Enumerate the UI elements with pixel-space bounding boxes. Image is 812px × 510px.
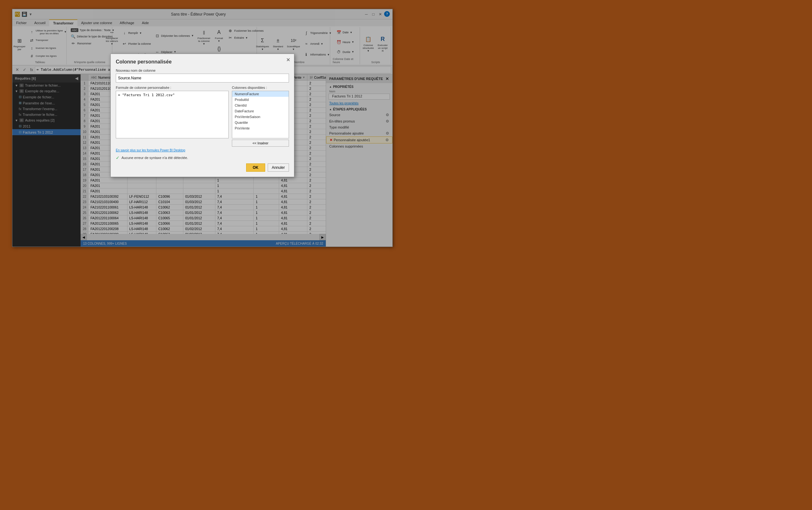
modal-body: Formule de colonne personnalisée : Colon…	[116, 86, 289, 147]
modal-columns-label: Colonnes disponibles :	[232, 86, 289, 89]
modal-column-item[interactable]: PrixVenteSaison	[232, 114, 289, 120]
modal-title: Colonne personnalisée	[116, 59, 289, 65]
modal-columns-list[interactable]: NumeroFactureProduitIdClientIdDateFactur…	[232, 91, 289, 138]
modal-cancel-button[interactable]: Annuler	[268, 164, 289, 172]
modal-insert-button[interactable]: << Insérer	[232, 140, 289, 147]
modal-formula-textarea[interactable]	[116, 91, 229, 138]
modal-close-button[interactable]: ✕	[284, 56, 292, 63]
modal-column-name-input[interactable]	[116, 74, 289, 83]
modal-ok-button[interactable]: OK	[246, 164, 265, 172]
modal-status-text: Aucune erreur de syntaxe n'a été détecté…	[121, 156, 188, 160]
modal-formula-section: Formule de colonne personnalisée :	[116, 86, 229, 147]
modal-link[interactable]: En savoir plus sur les formules Power BI…	[116, 148, 289, 152]
modal-check-icon: ✓	[116, 155, 120, 160]
modal-status: ✓ Aucune erreur de syntaxe n'a été détec…	[116, 155, 289, 160]
modal-column-item[interactable]: ClientId	[232, 103, 289, 108]
modal-columns-section: Colonnes disponibles : NumeroFactureProd…	[232, 86, 289, 147]
modal-column-item[interactable]: Quantite	[232, 120, 289, 125]
modal-column-item[interactable]: PrixVente	[232, 125, 289, 131]
modal-column-item[interactable]: NumeroFacture	[232, 91, 289, 97]
modal-column-name-label: Nouveau nom de colonne	[116, 68, 289, 73]
modal-column-item[interactable]: ProduitId	[232, 97, 289, 103]
modal-footer: OK Annuler	[116, 164, 289, 172]
modal-formula-label: Formule de colonne personnalisée :	[116, 86, 229, 89]
modal-overlay[interactable]: ✕ Colonne personnalisée Nouveau nom de c…	[12, 9, 393, 247]
modal-column-item[interactable]: DateFacture	[232, 108, 289, 114]
modal-colonne-personnalisee: ✕ Colonne personnalisée Nouveau nom de c…	[110, 54, 294, 177]
